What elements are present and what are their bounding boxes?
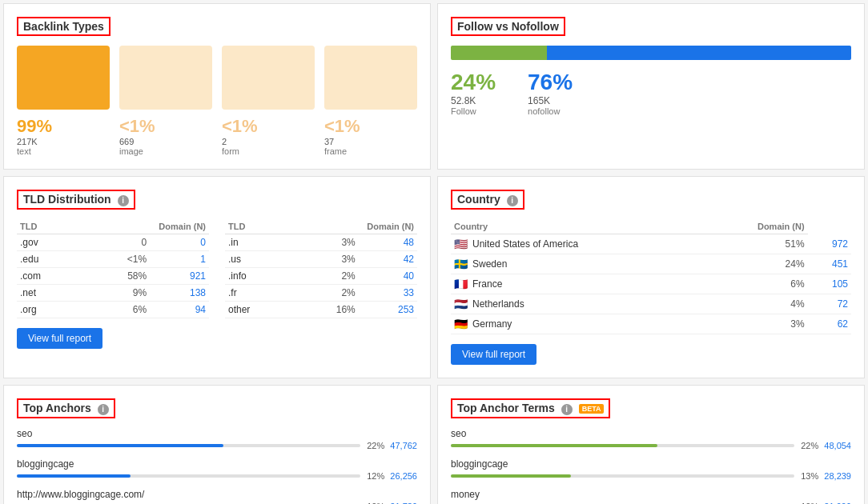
table-row: .org6%94 — [17, 302, 209, 318]
country-pct: 4% — [704, 294, 807, 314]
country-title: Country i — [451, 190, 524, 210]
anchor-term-bar-container: 22% 48,054 — [451, 441, 851, 450]
tld-name: other — [225, 302, 291, 318]
anchor-term-bar-container: 13% 28,239 — [451, 471, 851, 481]
country-name-cell: 🇳🇱 Netherlands — [451, 294, 704, 314]
backlink-item: 99% 217K text — [17, 46, 110, 156]
tld-table-right: TLD Domain (N) .in3%48.us3%42.info2%40.f… — [225, 219, 417, 318]
backlink-count: 2 — [222, 137, 315, 146]
backlink-pct: <1% — [324, 116, 417, 137]
tld-domain-header2: Domain (N) — [291, 219, 417, 234]
top-anchors-info-icon[interactable]: i — [98, 404, 109, 415]
table-row: .us3%42 — [225, 251, 417, 268]
tld-name: .net — [17, 285, 82, 302]
follow-stat: 24% 52.8K Follow — [451, 70, 496, 116]
country-name-cell: 🇺🇸 United States of America — [451, 234, 704, 254]
tld-name: .edu — [17, 251, 82, 268]
country-name: Germany — [472, 318, 512, 330]
tld-grid: TLD Domain (N) .gov00.edu<1%1.com58%921.… — [17, 219, 417, 318]
tld-name: .info — [225, 268, 291, 285]
backlink-type-label: text — [17, 146, 110, 156]
tld-pct: 6% — [82, 302, 150, 318]
top-anchor-terms-info-icon[interactable]: i — [561, 404, 573, 415]
anchor-label: seo — [17, 428, 417, 439]
tld-count: 0 — [150, 234, 209, 251]
tld-name: .org — [17, 302, 82, 318]
tld-view-report-button[interactable]: View full report — [17, 328, 102, 349]
anchor-label: bloggingcage — [17, 458, 417, 470]
tld-pct: 2% — [291, 285, 359, 302]
country-domain-header: Domain (N) — [704, 219, 807, 234]
anchor-row: http://www.bloggingcage.com/ 10% 21,736 — [17, 489, 417, 504]
table-row: other16%253 — [225, 302, 417, 318]
anchor-bar-container: 12% 26,256 — [17, 471, 417, 481]
country-name: Netherlands — [472, 298, 524, 310]
tld-distribution-panel: TLD Distribution i TLD Domain (N) .gov00… — [3, 176, 431, 378]
backlink-type-label: frame — [324, 146, 417, 156]
tld-pct: <1% — [82, 251, 150, 268]
table-row: .in3%48 — [225, 234, 417, 251]
backlink-types-list: 99% 217K text <1% 669 image <1% 2 form <… — [17, 46, 417, 156]
anchor-term-bar-fill — [451, 444, 657, 447]
backlink-item: <1% 669 image — [119, 46, 212, 156]
country-count: 451 — [808, 254, 851, 274]
backlink-types-panel: Backlink Types 99% 217K text <1% 669 ima… — [3, 3, 431, 170]
country-flag: 🇩🇪 — [454, 318, 468, 330]
anchor-term-count: 48,054 — [824, 441, 851, 450]
anchor-term-count: 28,239 — [824, 471, 851, 481]
tld-pct: 16% — [291, 302, 359, 318]
tld-count: 48 — [359, 234, 417, 251]
tld-count: 921 — [150, 268, 209, 285]
country-panel: Country i Country Domain (N) 🇺🇸 United S… — [437, 176, 865, 378]
tld-count: 40 — [359, 268, 417, 285]
tld-pct: 0 — [82, 234, 150, 251]
anchor-pct: 22% — [367, 441, 384, 450]
country-name-cell: 🇸🇪 Sweden — [451, 254, 704, 274]
beta-badge: BETA — [579, 404, 605, 414]
tld-name: .in — [225, 234, 291, 251]
anchor-term-label: money — [451, 489, 851, 500]
country-pct: 51% — [704, 234, 807, 254]
country-flag: 🇳🇱 — [454, 298, 468, 310]
tld-pct: 58% — [82, 268, 150, 285]
table-row: .gov00 — [17, 234, 209, 251]
top-anchor-terms-panel: Top Anchor Terms i BETA seo 22% 48,054 b… — [437, 385, 865, 504]
top-anchor-terms-title: Top Anchor Terms i BETA — [451, 398, 610, 418]
country-count: 72 — [808, 294, 851, 314]
country-view-report-button[interactable]: View full report — [451, 344, 536, 365]
anchor-bar-fill — [17, 474, 131, 478]
follow-nofollow-panel: Follow vs Nofollow 24% 52.8K Follow 76% … — [437, 3, 865, 170]
tld-col-header2: TLD — [225, 219, 291, 234]
anchor-term-pct: 22% — [801, 441, 818, 450]
anchor-count: 26,256 — [390, 471, 417, 481]
anchor-bar-fill — [17, 444, 223, 447]
anchor-pct: 12% — [367, 471, 384, 481]
anchor-term-bar-bg — [451, 444, 794, 447]
backlink-pct: 99% — [17, 116, 110, 137]
anchor-stats: 22% 47,762 — [367, 441, 417, 450]
country-count: 105 — [808, 274, 851, 294]
nofollow-label: nofollow — [528, 106, 573, 116]
tld-count: 94 — [150, 302, 209, 318]
country-name: France — [472, 278, 502, 290]
country-pct: 24% — [704, 254, 807, 274]
backlink-types-title: Backlink Types — [17, 17, 111, 36]
anchor-bar-container: 22% 47,762 — [17, 441, 417, 450]
tld-count: 1 — [150, 251, 209, 268]
country-name-cell: 🇫🇷 France — [451, 274, 704, 294]
table-row: .com58%921 — [17, 268, 209, 285]
table-row: .net9%138 — [17, 285, 209, 302]
anchor-term-label: bloggingcage — [451, 458, 851, 470]
tld-table-left: TLD Domain (N) .gov00.edu<1%1.com58%921.… — [17, 219, 209, 318]
table-row: 🇫🇷 France 6% 105 — [451, 274, 851, 294]
backlink-count: 37 — [324, 137, 417, 146]
tld-info-icon[interactable]: i — [118, 195, 129, 206]
backlink-box — [222, 46, 315, 110]
follow-pct: 24% — [451, 70, 496, 95]
country-pct: 3% — [704, 314, 807, 334]
country-name: Sweden — [472, 258, 507, 270]
country-count: 972 — [808, 234, 851, 254]
tld-count: 33 — [359, 285, 417, 302]
country-info-icon[interactable]: i — [507, 195, 518, 206]
tld-col-header: TLD — [17, 219, 82, 234]
